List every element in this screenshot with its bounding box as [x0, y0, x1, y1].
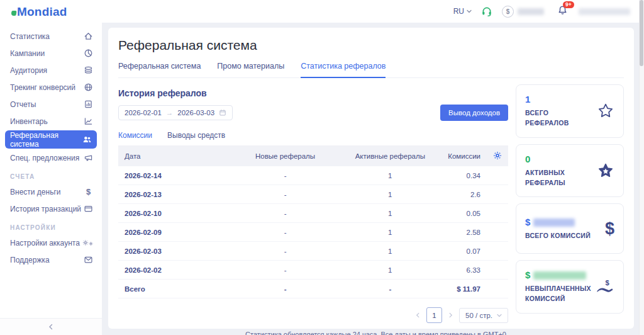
date-range-picker[interactable]: 2026-02-01 → 2026-03-03	[118, 105, 233, 120]
sidebar-item-special-offers[interactable]: Спец. предложения	[0, 149, 102, 166]
referral-history-table: Дата Новые рефералы Активные рефералы Ко…	[118, 146, 508, 298]
sidebar-item-label: Инвентарь	[10, 117, 48, 126]
table-row[interactable]: 2026-02-14 - 1 0.34	[118, 166, 508, 185]
sidebar-section-settings: НАСТРОЙКИ	[0, 217, 102, 234]
date-to: 2026-03-03	[177, 109, 214, 116]
cell-active-referrals: 1	[338, 261, 441, 280]
date-from: 2026-02-01	[125, 109, 162, 116]
line-chart-icon	[84, 116, 93, 126]
layers-icon	[84, 65, 93, 75]
pagination-next-button[interactable]	[448, 312, 453, 318]
sidebar-item-support[interactable]: Поддержка	[0, 251, 102, 268]
table-row[interactable]: 2026-02-10 - 1 0.05	[118, 204, 508, 223]
cell-new-referrals: -	[232, 242, 339, 261]
dollar-icon: $	[84, 187, 93, 196]
credit-card-icon	[84, 204, 93, 213]
cell-total-commission: $ 11.97	[441, 280, 487, 298]
globe-icon	[84, 82, 93, 92]
sidebar-item-reports[interactable]: Отчеты	[0, 96, 102, 113]
column-header-settings[interactable]	[487, 146, 508, 166]
redacted-balance-value	[518, 8, 544, 15]
scrollbar-thumb[interactable]	[640, 0, 643, 66]
stat-card-unpaid-commissions: $ НЕВЫПЛАЧЕННЫХ КОМИССИЙ $	[516, 260, 624, 314]
megaphone-icon	[84, 153, 93, 162]
star-outline-icon	[597, 102, 614, 120]
table-settings-gear-icon[interactable]	[493, 151, 502, 160]
chevron-left-icon	[48, 324, 54, 330]
brand-logo-mark-icon	[11, 11, 16, 16]
chevron-down-icon	[467, 9, 472, 14]
sidebar-item-add-funds[interactable]: Внести деньги $	[0, 183, 102, 200]
cell-commission: 0.34	[441, 166, 487, 185]
sidebar-item-campaigns[interactable]: Кампании	[0, 45, 102, 62]
cell-new-referrals: -	[232, 223, 339, 242]
tab-referral-statistics[interactable]: Статистика рефералов	[301, 62, 386, 78]
svg-text:$: $	[606, 279, 610, 287]
subtab-commissions[interactable]: Комиссии	[118, 131, 152, 140]
pagination-prev-button[interactable]	[415, 312, 421, 318]
stat-label: АКТИВНЫХ РЕФЕРАЛЫ	[525, 168, 591, 188]
stats-footnote: Статистика обновляется каждые 24 часа. В…	[118, 331, 508, 335]
page-size-select[interactable]: 50 / стр.	[459, 308, 508, 323]
sidebar-item-label: Трекинг конверсий	[10, 83, 75, 92]
cell-commission: 0.05	[441, 204, 487, 223]
users-icon	[82, 135, 92, 144]
pagination-page-1[interactable]: 1	[426, 307, 442, 323]
table-row[interactable]: 2026-02-02 - 1 6.33	[118, 261, 508, 280]
history-panel: История рефералов 2026-02-01 → 2026-03-0…	[118, 79, 508, 335]
withdraw-earnings-button[interactable]: Вывод доходов	[440, 105, 508, 121]
stat-value: $	[525, 217, 591, 227]
chevron-down-icon	[497, 313, 502, 318]
sidebar-item-inventory[interactable]: Инвентарь	[0, 113, 102, 130]
column-header-commissions[interactable]: Комиссии	[441, 146, 487, 166]
column-header-active-referrals[interactable]: Активные рефералы	[338, 146, 441, 166]
collapse-sidebar-button[interactable]	[0, 318, 102, 335]
cell-active-referrals: 1	[338, 204, 441, 223]
cell-new-referrals: -	[232, 185, 339, 204]
sidebar-item-statistics[interactable]: Статистика	[0, 28, 102, 45]
redacted-amount	[533, 219, 575, 227]
sidebar-item-label: Внести деньги	[10, 188, 60, 196]
subtab-withdrawals[interactable]: Выводы средств	[167, 131, 225, 140]
sidebar-item-audience[interactable]: Аудитория	[0, 62, 102, 79]
sidebar-item-transaction-history[interactable]: История транзакций	[0, 200, 102, 217]
sidebar-item-account-settings[interactable]: Настройки аккаунта	[0, 234, 102, 251]
sidebar-item-label: Спец. предложения	[10, 154, 79, 162]
sidebar-item-referral-system[interactable]: Реферальная система	[5, 130, 97, 149]
page-size-value: 50 / стр.	[465, 312, 492, 319]
table-header-row: Дата Новые рефералы Активные рефералы Ко…	[118, 146, 508, 166]
tab-referral-system[interactable]: Реферальная система	[118, 62, 201, 77]
column-header-date[interactable]: Дата	[118, 146, 232, 166]
sidebar: Статистика Кампании Аудитория Трекинг ко…	[0, 23, 102, 335]
page-scrollbar[interactable]	[639, 0, 644, 335]
hand-dollar-icon: $	[596, 277, 614, 296]
cell-active-referrals: 1	[338, 242, 441, 261]
stats-cards-column: 1 ВСЕГО РЕФЕРАЛОВ 0 АКТИВНЫХ РЕФЕРАЛЫ $	[516, 79, 624, 335]
cell-date: 2026-02-02	[118, 261, 232, 280]
table-row[interactable]: 2026-02-03 - 1 0.07	[118, 242, 508, 261]
language-selector[interactable]: RU	[453, 7, 472, 16]
tab-promo-materials[interactable]: Промо материалы	[217, 62, 284, 77]
brand-name: Mondiad	[17, 6, 67, 18]
stat-value: $	[525, 270, 591, 280]
brand-logo[interactable]: Mondiad	[11, 6, 67, 18]
table-total-row: Всего - - $ 11.97	[118, 280, 508, 298]
redacted-username[interactable]	[579, 8, 630, 15]
support-headset-icon[interactable]	[481, 6, 492, 17]
star-filled-icon	[597, 162, 614, 179]
home-icon	[84, 31, 93, 41]
cell-total-label: Всего	[118, 280, 232, 298]
cell-total-new: -	[232, 280, 339, 298]
sidebar-item-conversion-tracking[interactable]: Трекинг конверсий	[0, 79, 102, 96]
dollar-icon: $	[605, 219, 614, 239]
table-row[interactable]: 2026-02-09 - 1 2.58	[118, 223, 508, 242]
stat-value: 0	[525, 154, 591, 164]
calendar-icon	[219, 109, 226, 116]
column-header-new-referrals[interactable]: Новые рефералы	[232, 146, 339, 166]
cell-active-referrals: 1	[338, 185, 441, 204]
cell-date: 2026-02-10	[118, 204, 232, 223]
page-title: Реферальная система	[118, 38, 624, 53]
table-row[interactable]: 2026-02-13 - 1 2.6	[118, 185, 508, 204]
account-balance[interactable]: $	[502, 6, 544, 18]
notifications-button[interactable]: 9+	[557, 5, 568, 18]
